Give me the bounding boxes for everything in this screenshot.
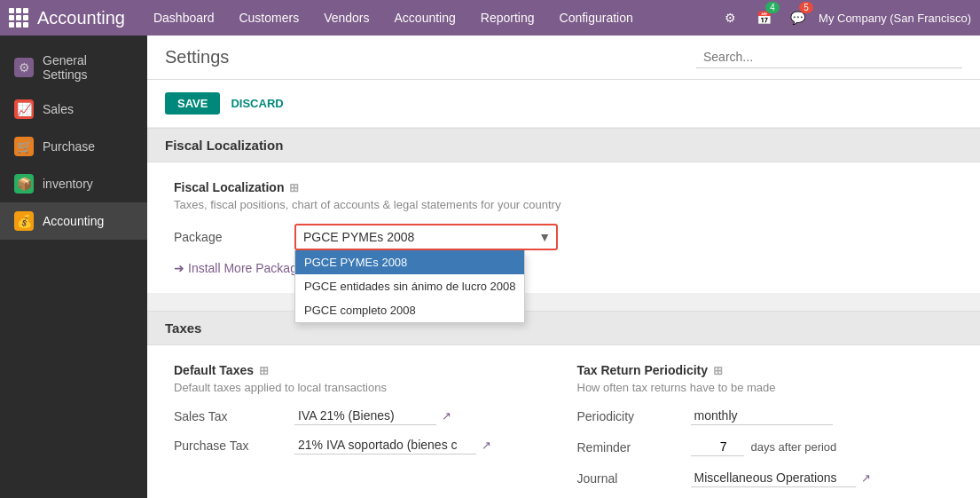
taxes-grid: Default Taxes ⊞ Default taxes applied to… (174, 363, 953, 498)
sidebar-item-sales[interactable]: 📈 Sales (0, 91, 147, 128)
inventory-icon: 📦 (14, 174, 34, 194)
grid-menu-icon[interactable] (9, 8, 28, 28)
sidebar-item-general[interactable]: ⚙ General Settings (0, 44, 147, 91)
calendar-badge: 4 (765, 2, 780, 13)
package-field-row: Package PGCE PYMEs 2008 PGCE entidades s… (174, 224, 953, 250)
install-more-arrow: ➜ (174, 261, 184, 275)
default-taxes-desc: Default taxes applied to local transacti… (174, 381, 551, 394)
purchase-tax-field: 21% IVA soportado (bienes c ↗ (294, 436, 491, 455)
main-content: Settings SAVE DISCARD Fiscal Localizatio… (147, 36, 980, 498)
settings-header: Settings (147, 36, 980, 80)
nav-configuration[interactable]: Configuration (549, 5, 644, 30)
journal-select[interactable]: Miscellaneous Operations (691, 469, 856, 487)
periodicity-subsection: Tax Return Periodicity ⊞ How often tax r… (577, 363, 954, 498)
settings-icon[interactable]: ⚙ (717, 5, 742, 30)
reminder-row: Reminder days after period (577, 438, 954, 456)
journal-label: Journal (577, 471, 684, 486)
default-taxes-help-icon: ⊞ (259, 364, 269, 377)
periodicity-title: Tax Return Periodicity ⊞ (577, 363, 954, 377)
accounting-icon: 💰 (14, 211, 34, 231)
default-taxes-subsection: Default Taxes ⊞ Default taxes applied to… (174, 363, 551, 498)
install-more-label: Install More Packages (188, 261, 310, 275)
reminder-label: Reminder (577, 440, 684, 455)
calendar-icon[interactable]: 📅 4 (751, 5, 776, 30)
dropdown-option-2[interactable]: PGCE entidades sin ánimo de lucro 2008 (295, 274, 524, 298)
app-title: Accounting (37, 8, 125, 28)
periodicity-desc: How often tax returns have to be made (577, 381, 954, 394)
sales-tax-row: Sales Tax IVA 21% (Bienes) ↗ (174, 407, 551, 425)
nav-vendors[interactable]: Vendors (313, 5, 380, 30)
sidebar-item-inventory[interactable]: 📦 inventory (0, 165, 147, 202)
sidebar-item-accounting[interactable]: 💰 Accounting (0, 202, 147, 240)
purchase-tax-row: Purchase Tax 21% IVA soportado (bienes c… (174, 436, 551, 455)
install-more-link[interactable]: ➜ Install More Packages (174, 261, 953, 275)
taxes-section-header: Taxes (147, 311, 980, 345)
package-dropdown-list: PGCE PYMEs 2008 PGCE entidades sin ánimo… (294, 250, 525, 323)
purchase-tax-label: Purchase Tax (174, 439, 280, 453)
sales-tax-link-icon[interactable]: ↗ (442, 409, 451, 423)
sales-tax-select[interactable]: IVA 21% (Bienes) (294, 407, 436, 425)
fiscal-help-icon: ⊞ (289, 181, 299, 194)
nav-dashboard[interactable]: Dashboard (143, 5, 225, 30)
periodicity-help-icon: ⊞ (713, 364, 723, 377)
package-select[interactable]: PGCE PYMEs 2008 PGCE entidades sin ánimo… (294, 224, 558, 250)
page-title: Settings (165, 47, 229, 67)
reminder-input[interactable] (691, 438, 744, 456)
taxes-section-body: Default Taxes ⊞ Default taxes applied to… (147, 345, 980, 498)
dropdown-option-3[interactable]: PGCE completo 2008 (295, 298, 524, 322)
package-dropdown-container: PGCE PYMEs 2008 PGCE entidades sin ánimo… (294, 224, 558, 250)
sidebar-label-accounting: Accounting (43, 214, 104, 228)
main-layout: ⚙ General Settings 📈 Sales 🛒 Purchase 📦 … (0, 36, 980, 498)
save-button[interactable]: SAVE (165, 92, 220, 115)
journal-row: Journal Miscellaneous Operations ↗ (577, 469, 954, 487)
chat-icon[interactable]: 💬 5 (785, 5, 810, 30)
fiscal-desc: Taxes, fiscal positions, chart of accoun… (174, 198, 953, 211)
nav-reporting[interactable]: Reporting (470, 5, 545, 30)
sidebar-label-inventory: inventory (43, 177, 93, 191)
general-settings-icon: ⚙ (14, 58, 34, 77)
periodicity-label: Periodicity (577, 409, 684, 423)
discard-button[interactable]: DISCARD (231, 92, 283, 115)
package-label: Package (174, 230, 280, 244)
company-name[interactable]: My Company (San Francisco) (819, 12, 971, 25)
navbar-right: ⚙ 📅 4 💬 5 My Company (San Francisco) (717, 5, 971, 30)
nav-customers[interactable]: Customers (228, 5, 310, 30)
default-taxes-title: Default Taxes ⊞ (174, 363, 551, 377)
sidebar: ⚙ General Settings 📈 Sales 🛒 Purchase 📦 … (0, 36, 147, 498)
purchase-tax-link-icon[interactable]: ↗ (482, 439, 491, 452)
sidebar-label-general: General Settings (43, 53, 133, 82)
taxes-section: Taxes Default Taxes ⊞ Default taxes appl… (147, 311, 980, 498)
sales-icon: 📈 (14, 99, 34, 119)
sidebar-label-purchase: Purchase (43, 139, 95, 154)
journal-field: Miscellaneous Operations ↗ (691, 469, 871, 487)
top-nav: Dashboard Customers Vendors Accounting R… (143, 5, 717, 30)
fiscal-section-header: Fiscal Localization (147, 128, 980, 162)
sales-tax-label: Sales Tax (174, 409, 280, 423)
navbar: Accounting Dashboard Customers Vendors A… (0, 0, 980, 36)
settings-content: Fiscal Localization Fiscal Localization … (147, 128, 980, 498)
search-input[interactable] (696, 46, 962, 68)
journal-link-icon[interactable]: ↗ (861, 471, 871, 485)
dropdown-option-1[interactable]: PGCE PYMEs 2008 (295, 250, 524, 274)
sales-tax-field: IVA 21% (Bienes) ↗ (294, 407, 451, 425)
nav-accounting[interactable]: Accounting (384, 5, 466, 30)
sidebar-item-purchase[interactable]: 🛒 Purchase (0, 128, 147, 165)
chat-badge: 5 (799, 2, 813, 13)
fiscal-subsection-title: Fiscal Localization ⊞ (174, 180, 953, 194)
purchase-tax-select[interactable]: 21% IVA soportado (bienes c (294, 436, 476, 455)
fiscal-section-body: Fiscal Localization ⊞ Taxes, fiscal posi… (147, 162, 980, 293)
periodicity-row: Periodicity monthly quarterly yearly (577, 407, 954, 425)
purchase-icon: 🛒 (14, 137, 34, 156)
periodicity-select[interactable]: monthly quarterly yearly (691, 407, 833, 425)
sidebar-label-sales: Sales (43, 102, 74, 116)
action-toolbar: SAVE DISCARD (147, 80, 980, 128)
reminder-after-text: days after period (751, 440, 837, 454)
fiscal-section: Fiscal Localization Fiscal Localization … (147, 128, 980, 293)
